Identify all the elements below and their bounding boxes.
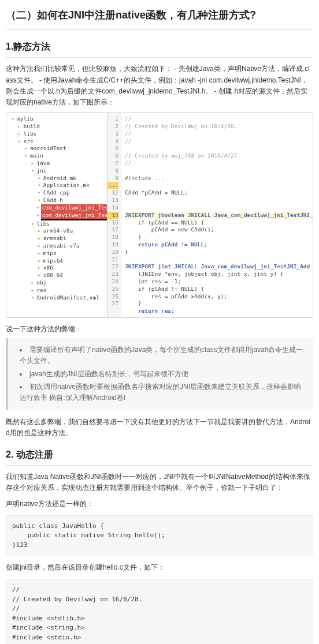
tree-item: ▸x86 [10,264,107,272]
tree-item: ▾jni [10,167,107,175]
tree-item: •CAdd.cpp [10,189,107,197]
list-item: 初次调用native函数时要根据函数名字搜索对应的JNI层函数来建立关联关系，这… [20,381,307,403]
code-block-c: // // Created by Devilwwj on 16/8/28. //… [6,579,313,644]
tree-item: ▸armeabi-v7a [10,242,107,250]
tree-item: ▾main [10,152,107,160]
tree-item: ▸armeabi [10,235,107,242]
code-content: //// Created by DevilWwj on 16/4/30.////… [121,113,313,317]
section-2-heading: 2. 动态注册 [6,447,313,466]
tree-item: •com_devilwwj_jni_TestJNI.cpp [10,204,107,212]
list-item: javah生成的JNI层函数名特别长，书写起来很不方便 [20,369,307,380]
tree-item: •CAdd.h [10,197,107,204]
tree-item: ▸mips64 [10,257,107,265]
tree-item: ▸x86_64 [10,272,107,279]
code-gutter: 123456789...1213141516171819202122232425… [107,113,121,317]
tree-item: ▸build [10,123,107,130]
tree-item: ▸obj [10,279,107,287]
tree-item: ▸res [10,287,107,294]
tree-item: ▾libs [10,220,107,228]
article-title: （二）如何在JNI中注册native函数，有几种注册方式? [6,7,313,30]
tree-item: •Application.mk [10,182,107,189]
tree-item: ▾mylib [10,115,107,123]
tree-item: ▸java [10,160,107,167]
section-2-p2: 声明native方法还是一样的： [6,499,313,510]
list-item: 需要编译所有声明了native函数的Java类，每个所生成的class文件都得用… [20,345,307,366]
tree-item: •com_devilwwj_jni_TestJNI.h [10,212,107,220]
section-1-heading: 1.静态方法 [6,39,313,58]
file-tree-panel: ▾mylib ▸build ▸libs ▾src ▸androidTest ▾m… [6,113,107,317]
section-2-p3: 创建jni目录，然后在该目录创建hello.c文件，如下： [6,562,313,573]
tree-item: ▸libs [10,130,107,138]
section-1-outro: 既然有这么多弊端，我们自然要考虑一下没有其他更好的方法下一节就是我要讲的替代方法… [6,417,313,439]
code-block-java: public class JavaHello { public static n… [6,515,313,557]
section-1-intro: 这种方法我们比较常见，但比较麻烦，大致流程如下： - 先创建Java类，声明Na… [6,63,313,108]
tree-item: ▾src [10,138,107,145]
tree-item: ▸mips [10,250,107,257]
tree-item: •Android.mk [10,175,107,182]
bullets-caption: 说一下这种方法的弊端： [6,324,313,335]
tree-item: ▸arm64-v8a [10,227,107,235]
drawback-list: 需要编译所有声明了native函数的Java类，每个所生成的class文件都得用… [6,338,313,410]
tree-item: •AndroidManifest.xml [10,294,107,302]
section-2-p1: 我们知道Java Native函数和JNI函数时一一对应的，JNI中就有一个叫J… [6,471,313,493]
tree-item: ▸androidTest [10,145,107,152]
code-screenshot: ▾mylib ▸build ▸libs ▾src ▸androidTest ▾m… [6,113,313,318]
